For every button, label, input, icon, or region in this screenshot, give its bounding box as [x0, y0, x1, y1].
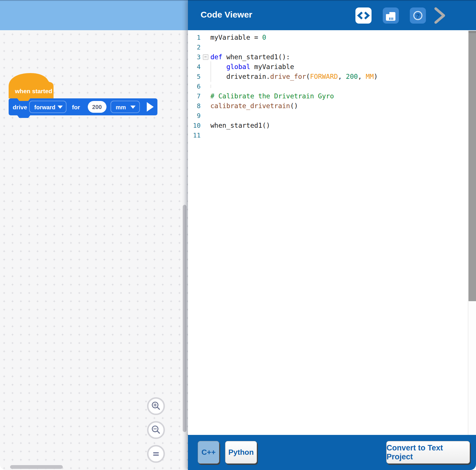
code-line: 4 global myVariable [188, 62, 468, 72]
code-brackets-icon [355, 7, 372, 24]
question-mark-icon: ? [410, 7, 426, 24]
line-number: 4 [188, 63, 201, 70]
block-workspace[interactable]: when started drive forward for 200 [0, 30, 188, 470]
code-view-toggle-button[interactable] [355, 7, 372, 24]
svg-text:?: ? [416, 12, 420, 19]
code-line: 5 drivetrain.drive_for(FORWARD, 200, MM) [188, 72, 468, 81]
code-line: 1myVariable = 0 [188, 33, 468, 42]
code-text: # Calibrate the Drivetrain Gyro [210, 92, 334, 100]
line-number: 10 [188, 122, 201, 129]
toolbox-header [0, 0, 188, 30]
code-text: myVariable = 0 [210, 34, 266, 41]
for-label: for [72, 104, 80, 110]
unit-dropdown[interactable]: mm [111, 101, 140, 113]
fold-marker-icon[interactable]: − [201, 54, 210, 60]
indent-guide [211, 71, 211, 82]
help-button[interactable]: ? [410, 7, 426, 24]
code-lines: 1myVariable = 023−def when_started1():4 … [188, 33, 468, 140]
blocks-panel: when started drive forward for 200 [0, 0, 188, 470]
zoom-out-button[interactable] [147, 421, 165, 439]
line-number: 8 [188, 102, 201, 110]
zoom-reset-button[interactable] [147, 445, 165, 463]
code-viewer-footer: C++ Python Convert to Text Project [188, 435, 476, 470]
brain-download-button[interactable] [383, 7, 399, 24]
when-started-label: when started [15, 88, 52, 94]
workspace-horizontal-scrollbar[interactable] [10, 465, 63, 469]
indent-guide [211, 61, 211, 72]
code-line: 7# Calibrate the Drivetrain Gyro [188, 91, 468, 101]
zoom-out-icon [151, 425, 161, 435]
code-text: global myVariable [210, 63, 294, 70]
line-number: 7 [188, 93, 201, 100]
python-language-button[interactable]: Python [225, 441, 257, 464]
app-window: when started drive forward for 200 [0, 0, 476, 470]
code-scrollbar-track[interactable] [468, 30, 476, 435]
zoom-in-button[interactable] [147, 397, 165, 415]
window-top-edge [0, 0, 476, 1]
chevron-right-icon [433, 6, 447, 25]
direction-value: forward [34, 104, 55, 110]
code-line: 10when_started1() [188, 121, 468, 130]
when-started-block[interactable]: when started [9, 73, 54, 101]
code-line: 3−def when_started1(): [188, 52, 468, 62]
indent-guide [211, 85, 211, 88]
zoom-reset-icon [151, 449, 161, 459]
panel-title: Code Viewer [201, 10, 252, 20]
drive-label: drive [13, 104, 27, 110]
convert-to-text-project-button[interactable]: Convert to Text Project [386, 441, 470, 464]
zoom-in-icon [151, 401, 161, 411]
cpp-language-button[interactable]: C++ [198, 441, 219, 464]
code-line: 11 [188, 130, 468, 140]
code-viewer-header: Code Viewer ? [188, 0, 476, 30]
robot-brain-icon [383, 7, 399, 24]
line-number: 11 [188, 132, 201, 139]
block-stack: when started drive forward for 200 [8, 72, 163, 122]
collapse-panel-button[interactable] [432, 6, 448, 25]
line-number: 1 [188, 34, 201, 41]
code-line: 6 [188, 81, 468, 91]
code-line: 8calibrate_drivetrain() [188, 101, 468, 111]
line-number: 3 [188, 54, 201, 61]
line-number: 9 [188, 112, 201, 119]
code-text: when_started1() [210, 122, 270, 129]
code-scrollbar-thumb[interactable] [469, 31, 476, 301]
distance-value: 200 [92, 104, 102, 110]
code-line: 2 [188, 42, 468, 52]
line-number: 2 [188, 44, 201, 51]
direction-dropdown[interactable]: forward [29, 101, 66, 113]
line-number: 5 [188, 73, 201, 80]
code-text: calibrate_drivetrain() [210, 102, 298, 110]
code-text: drivetrain.drive_for(FORWARD, 200, MM) [210, 73, 378, 80]
drive-block[interactable]: drive forward for 200 mm [9, 98, 157, 118]
workspace-vertical-scrollbar[interactable] [183, 205, 186, 432]
code-line: 9 [188, 111, 468, 121]
unit-value: mm [116, 104, 126, 110]
code-editor: 1myVariable = 023−def when_started1():4 … [188, 30, 468, 435]
code-text: def when_started1(): [210, 53, 290, 61]
line-number: 6 [188, 83, 201, 90]
distance-input[interactable]: 200 [88, 101, 106, 113]
code-viewer-panel: Code Viewer ? [188, 0, 476, 470]
